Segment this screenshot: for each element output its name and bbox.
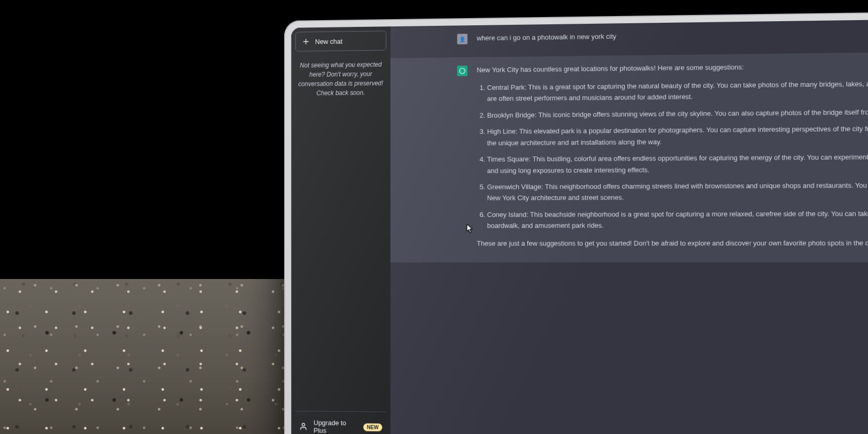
person-icon bbox=[299, 422, 307, 430]
assistant-list: Central Park: This is a great spot for c… bbox=[477, 78, 868, 231]
laptop: New chat Not seeing what you expected he… bbox=[284, 21, 868, 434]
svg-point-5 bbox=[460, 68, 465, 74]
upgrade-label: Upgrade to Plus bbox=[314, 419, 357, 434]
plus-icon bbox=[302, 37, 310, 45]
user-message: 👤 where can i go on a photowalk in new y… bbox=[391, 18, 868, 58]
list-item: High Line: This elevated park is a popul… bbox=[487, 122, 868, 148]
new-badge: NEW bbox=[363, 423, 382, 431]
laptop-bezel: New chat Not seeing what you expected he… bbox=[284, 11, 868, 434]
sidebar-notice: Not seeing what you expected here? Don't… bbox=[296, 60, 386, 98]
assistant-outro: These are just a few suggestions to get … bbox=[477, 237, 868, 249]
laptop-screen: New chat Not seeing what you expected he… bbox=[291, 18, 868, 434]
list-item: Greenwich Village: This neighborhood off… bbox=[487, 179, 868, 204]
list-item: Times Square: This bustling, colorful ar… bbox=[487, 151, 868, 176]
list-item: Coney Island: This beachside neighborhoo… bbox=[487, 208, 868, 231]
user-message-text: where can i go on a photowalk in new yor… bbox=[477, 26, 868, 44]
new-chat-button[interactable]: New chat bbox=[296, 30, 386, 51]
list-item: Central Park: This is a great spot for c… bbox=[487, 78, 868, 104]
chat-app: New chat Not seeing what you expected he… bbox=[291, 18, 868, 434]
user-avatar: 👤 bbox=[457, 34, 468, 44]
sidebar: New chat Not seeing what you expected he… bbox=[291, 26, 391, 434]
upgrade-to-plus-button[interactable]: Upgrade to Plus NEW bbox=[296, 413, 386, 434]
svg-point-2 bbox=[302, 423, 305, 426]
assistant-intro: New York City has countless great locati… bbox=[477, 59, 868, 76]
assistant-avatar bbox=[457, 66, 468, 76]
new-chat-label: New chat bbox=[315, 37, 343, 45]
sidebar-footer: Upgrade to Plus NEW Dark mode bbox=[296, 411, 386, 434]
list-item: Brooklyn Bridge: This iconic bridge offe… bbox=[487, 106, 868, 121]
assistant-message: New York City has countless great locati… bbox=[391, 51, 868, 262]
main-panel: 👤 where can i go on a photowalk in new y… bbox=[391, 18, 868, 434]
conversation: 👤 where can i go on a photowalk in new y… bbox=[391, 18, 868, 434]
